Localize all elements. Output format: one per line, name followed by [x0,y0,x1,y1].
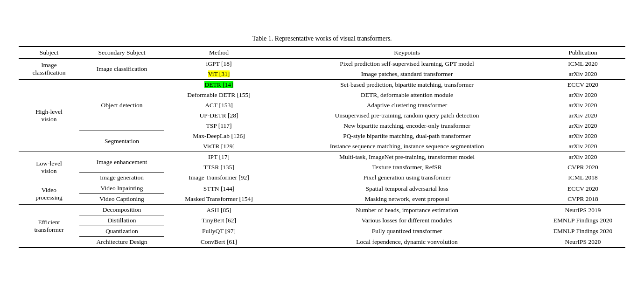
cell-subject: Imageclassification [19,58,79,79]
cell-keypoints: Masking network, event proposal [273,194,540,205]
header-publication: Publication [540,47,625,59]
table-row: VideoprocessingVideo InpaintingSTTN [144… [19,183,625,194]
cell-method: Deformable DETR [155] [164,90,273,100]
cell-secondary: Decomposition [79,205,164,215]
cell-keypoints: Fully quantized transformer [273,226,540,237]
cell-publication: ECCV 2020 [540,183,625,194]
table-caption: Table 1. Representative works of visual … [19,35,625,42]
cell-method: DETR [14] [164,79,273,90]
cell-keypoints: Instance sequence matching, instance seq… [273,141,540,152]
table-row: ImageclassificationImage classificationi… [19,58,625,69]
cell-keypoints: Pixel prediction self-supervised learnin… [273,58,540,69]
cell-publication: arXiv 2020 [540,121,625,131]
cell-keypoints: Texture transformer, RefSR [273,162,540,173]
header-subject: Subject [19,47,79,59]
table-row: QuantizationFullyQT [97]Fully quantized … [19,226,625,237]
cell-keypoints: Adaptive clustering transformer [273,100,540,110]
cell-publication: ECCV 2020 [540,79,625,90]
cell-subject: High-levelvision [19,79,79,152]
table-row: High-levelvisionObject detectionDETR [14… [19,79,625,90]
cell-secondary: Image classification [79,58,164,79]
table-row: SegmentationMax-DeepLab [126]PQ-style bi… [19,131,625,141]
cell-method: iGPT [18] [164,58,273,69]
cell-method: UP-DETR [28] [164,110,273,121]
cell-method: ConvBert [61] [164,237,273,248]
cell-publication: arXiv 2020 [540,152,625,162]
cell-keypoints: Set-based prediction, bipartite matching… [273,79,540,90]
cell-publication: arXiv 2020 [540,100,625,110]
cell-keypoints: Spatial-temporal adversarial loss [273,183,540,194]
cell-publication: NeurIPS 2019 [540,205,625,215]
table-wrapper: Table 1. Representative works of visual … [19,35,625,248]
cell-keypoints: Unsupervised pre-training, random query … [273,110,540,121]
cell-keypoints: New bipartite matching, encoder-only tra… [273,121,540,131]
cell-keypoints: Multi-task, ImageNet pre-training, trans… [273,152,540,162]
cell-secondary: Object detection [79,79,164,131]
cell-method: ASH [85] [164,205,273,215]
cell-publication: arXiv 2020 [540,69,625,80]
cell-method: TinyBert [62] [164,215,273,226]
cell-keypoints: Various losses for different modules [273,215,540,226]
cell-method: TTSR [135] [164,162,273,173]
cell-publication: ICML 2018 [540,173,625,183]
cell-keypoints: PQ-style bipartite matching, dual-path t… [273,131,540,141]
cell-method: Image Transformer [92] [164,173,273,183]
cell-secondary: Image generation [79,173,164,183]
header-method: Method [164,47,273,59]
cell-method: IPT [17] [164,152,273,162]
cell-keypoints: Number of heads, importance estimation [273,205,540,215]
cell-secondary: Segmentation [79,131,164,152]
table-row: DistillationTinyBert [62]Various losses … [19,215,625,226]
cell-method: Masked Transformer [154] [164,194,273,205]
cell-subject: Low-levelvision [19,152,79,183]
header-keypoints: Keypoints [273,47,540,59]
cell-keypoints: Pixel generation using transformer [273,173,540,183]
cell-method: STTN [144] [164,183,273,194]
cell-secondary: Video Inpainting [79,183,164,194]
cell-method: FullyQT [97] [164,226,273,237]
cell-publication: ICML 2020 [540,58,625,69]
cell-publication: EMNLP Findings 2020 [540,215,625,226]
cell-method: ACT [153] [164,100,273,110]
cell-publication: CVPR 2018 [540,194,625,205]
cell-subject: Efficienttransformer [19,205,79,248]
main-table: Subject Secondary Subject Method Keypoin… [19,46,625,248]
cell-secondary: Distillation [79,215,164,226]
cell-keypoints: Local fependence, dynamic vonvolution [273,237,540,248]
table-row: Architecture DesignConvBert [61]Local fe… [19,237,625,248]
cell-keypoints: DETR, deformable attention module [273,90,540,100]
cell-method: ViT [31] [164,69,273,80]
cell-keypoints: Image patches, standard transformer [273,69,540,80]
cell-subject: Videoprocessing [19,183,79,205]
cell-method: VisTR [129] [164,141,273,152]
cell-method: TSP [117] [164,121,273,131]
cell-secondary: Image enhancement [79,152,164,173]
cell-secondary: Quantization [79,226,164,237]
cell-publication: arXiv 2020 [540,110,625,121]
cell-publication: arXiv 2020 [540,90,625,100]
header-row: Subject Secondary Subject Method Keypoin… [19,47,625,59]
table-row: Image generationImage Transformer [92]Pi… [19,173,625,183]
cell-secondary: Architecture Design [79,237,164,248]
table-row: Low-levelvisionImage enhancementIPT [17]… [19,152,625,162]
cell-publication: EMNLP Findings 2020 [540,226,625,237]
cell-method: Max-DeepLab [126] [164,131,273,141]
cell-publication: CVPR 2020 [540,162,625,173]
header-secondary: Secondary Subject [79,47,164,59]
cell-secondary: Video Captioning [79,194,164,205]
cell-publication: arXiv 2020 [540,141,625,152]
table-row: Video CaptioningMasked Transformer [154]… [19,194,625,205]
cell-publication: arXiv 2020 [540,131,625,141]
cell-publication: NeurIPS 2020 [540,237,625,248]
table-row: EfficienttransformerDecompositionASH [85… [19,205,625,215]
